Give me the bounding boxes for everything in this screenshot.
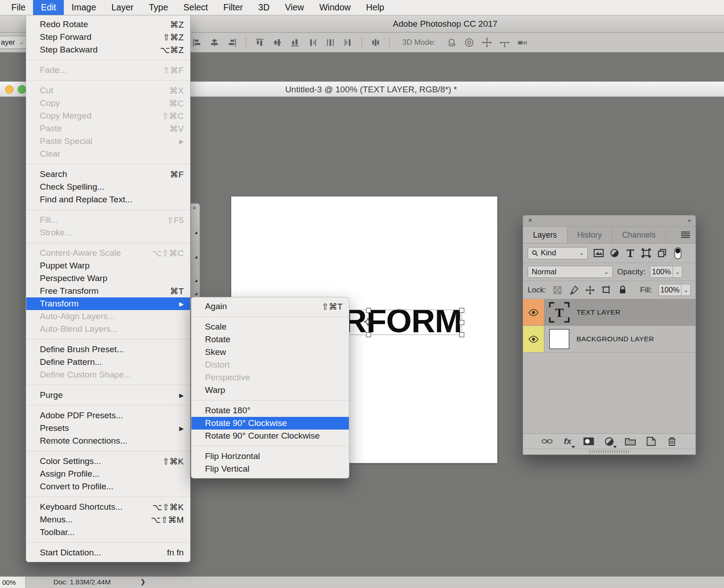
menu-item-rotate-180[interactable]: Rotate 180° — [191, 404, 349, 417]
menu-item-color-settings[interactable]: Color Settings...⇧⌘K — [26, 455, 190, 468]
transform-handle-top-right[interactable] — [459, 308, 464, 313]
menu-item-warp[interactable]: Warp — [191, 384, 349, 397]
blend-mode-dropdown[interactable]: Normal ⌄ — [528, 266, 613, 278]
menu-item-skew[interactable]: Skew — [191, 346, 349, 359]
opacity-dropdown-button[interactable]: ⌄ — [672, 266, 682, 277]
menubar-item-layer[interactable]: Layer — [104, 0, 141, 15]
menu-item-presets[interactable]: Presets▶ — [26, 422, 190, 435]
menu-item-rotate[interactable]: Rotate — [191, 333, 349, 346]
menu-item-keyboard-shortcuts[interactable]: Keyboard Shortcuts...⌥⇧⌘K — [26, 501, 190, 513]
menu-item-flip-horizontal[interactable]: Flip Horizontal — [191, 450, 349, 463]
menu-item-toolbar[interactable]: Toolbar... — [26, 526, 190, 539]
menu-item-assign-profile[interactable]: Assign Profile... — [26, 468, 190, 480]
tab-history[interactable]: History — [567, 227, 612, 243]
new-layer-icon[interactable] — [646, 436, 657, 447]
menubar-item-help[interactable]: Help — [358, 0, 392, 15]
filter-kind-dropdown[interactable]: Kind ⌄ — [528, 247, 588, 259]
menubar-item-filter[interactable]: Filter — [216, 0, 251, 15]
close-panel-icon[interactable]: × — [528, 216, 532, 225]
menu-item-define-pattern[interactable]: Define Pattern... — [26, 356, 190, 368]
layer-row-background-layer[interactable]: BACKGROUND LAYER — [523, 326, 695, 353]
collapse-panel-icon[interactable]: « — [688, 217, 691, 224]
zoom-level-field[interactable]: 00% — [0, 577, 26, 588]
menu-item-search[interactable]: Search⌘F — [26, 168, 190, 181]
menubar-item-3d[interactable]: 3D — [251, 0, 277, 15]
menubar-item-file[interactable]: File — [4, 0, 33, 15]
eye-visibility-icon[interactable] — [528, 309, 539, 316]
menu-item-adobe-pdf-presets[interactable]: Adobe PDF Presets... — [26, 409, 190, 422]
menu-item-convert-to-profile[interactable]: Convert to Profile... — [26, 480, 190, 493]
3d-rotate-icon[interactable] — [446, 37, 457, 48]
menu-item-remote-connections[interactable]: Remote Connections... — [26, 435, 190, 447]
distribute-right-edges-icon[interactable] — [343, 37, 353, 48]
menu-item-find-and-replace-text[interactable]: Find and Replace Text... — [26, 193, 190, 206]
text-layer-thumbnail[interactable]: T — [548, 301, 570, 323]
panel-resize-grip[interactable] — [523, 449, 695, 454]
layer-name[interactable]: TEXT LAYER — [576, 308, 620, 316]
type-layer-filter-icon[interactable] — [625, 248, 635, 258]
lock-position-icon[interactable] — [585, 285, 595, 295]
menu-item-define-brush-preset[interactable]: Define Brush Preset... — [26, 343, 190, 356]
menu-item-rotate-90-clockwise[interactable]: Rotate 90° Clockwise — [191, 417, 349, 430]
menu-item-start-dictation[interactable]: Start Dictation...fn fn — [26, 546, 190, 559]
menubar-item-select[interactable]: Select — [176, 0, 215, 15]
distribute-spacing-icon[interactable] — [370, 37, 381, 48]
align-top-edges-icon[interactable] — [254, 37, 265, 48]
layer-thumbnail[interactable]: T — [548, 301, 570, 323]
window-minimize-button[interactable] — [5, 85, 14, 94]
layer-row-text-layer[interactable]: TTEXT LAYER — [523, 299, 695, 326]
menu-item-puppet-warp[interactable]: Puppet Warp — [26, 259, 190, 272]
new-group-folder-icon[interactable] — [625, 436, 636, 447]
menubar-item-window[interactable]: Window — [312, 0, 358, 15]
auto-select-layer-dropdown[interactable]: ayer ⌄ — [0, 36, 26, 49]
collapse-panels-icon[interactable]: « — [193, 204, 196, 211]
menu-item-rotate-90-counter-clockwise[interactable]: Rotate 90° Counter Clockwise — [191, 430, 349, 442]
fill-dropdown-button[interactable]: ⌄ — [681, 284, 691, 296]
align-vertical-centers-icon[interactable] — [272, 37, 283, 48]
pixel-layer-filter-icon[interactable] — [594, 248, 604, 258]
tab-layers[interactable]: Layers — [523, 227, 567, 243]
menu-item-redo-rotate[interactable]: Redo Rotate⌘Z — [26, 18, 190, 31]
layer-visibility-cell[interactable] — [523, 326, 544, 352]
adjustment-layer-filter-icon[interactable] — [610, 248, 619, 258]
transform-handle-middle-right[interactable] — [459, 320, 464, 325]
add-layer-mask-icon[interactable] — [583, 436, 594, 447]
shape-layer-filter-icon[interactable] — [641, 248, 651, 258]
menu-item-scale[interactable]: Scale — [191, 320, 349, 333]
distribute-horizontal-centers-icon[interactable] — [325, 37, 336, 48]
layer-visibility-cell[interactable] — [523, 299, 544, 325]
3d-zoom-camera-icon[interactable] — [517, 37, 528, 48]
menu-item-free-transform[interactable]: Free Transform⌘T — [26, 285, 190, 297]
3d-roll-icon[interactable] — [464, 37, 475, 48]
link-layers-icon[interactable] — [542, 436, 553, 447]
lock-transparency-icon[interactable] — [553, 285, 562, 295]
layer-name[interactable]: BACKGROUND LAYER — [576, 335, 654, 343]
align-bottom-edges-icon[interactable] — [290, 37, 300, 48]
transform-handle-top-center[interactable] — [366, 308, 371, 313]
smart-object-filter-icon[interactable] — [657, 248, 667, 258]
menu-item-purge[interactable]: Purge▶ — [26, 389, 190, 402]
menu-item-menus[interactable]: Menus...⌥⇧⌘M — [26, 513, 190, 526]
layer-effects-fx-icon[interactable]: fx — [562, 436, 573, 447]
transform-reference-point[interactable] — [364, 318, 372, 326]
menu-item-step-forward[interactable]: Step Forward⇧⌘Z — [26, 31, 190, 43]
menubar-item-view[interactable]: View — [277, 0, 312, 15]
image-layer-thumbnail[interactable] — [549, 329, 569, 349]
delete-layer-trash-icon[interactable] — [667, 436, 677, 447]
align-left-edges-icon[interactable] — [191, 37, 202, 48]
align-right-edges-icon[interactable] — [227, 37, 238, 48]
filter-toggle-switch[interactable] — [673, 248, 683, 258]
menu-item-step-backward[interactable]: Step Backward⌥⌘Z — [26, 43, 190, 56]
menu-item-again[interactable]: Again⇧⌘T — [191, 300, 349, 313]
lock-all-icon[interactable] — [618, 285, 628, 295]
3d-slide-icon[interactable] — [499, 37, 510, 48]
opacity-input[interactable]: 100% ⌄ — [650, 266, 682, 278]
transform-handle-bottom-right[interactable] — [459, 332, 464, 337]
menu-item-transform[interactable]: Transform▶ — [26, 297, 190, 310]
distribute-left-edges-icon[interactable] — [307, 37, 318, 48]
panel-menu-icon[interactable] — [681, 231, 690, 238]
menubar-item-image[interactable]: Image — [64, 0, 104, 15]
eye-visibility-icon[interactable] — [528, 335, 539, 343]
menu-item-check-spelling[interactable]: Check Spelling... — [26, 181, 190, 193]
lock-image-brush-icon[interactable] — [569, 285, 579, 295]
